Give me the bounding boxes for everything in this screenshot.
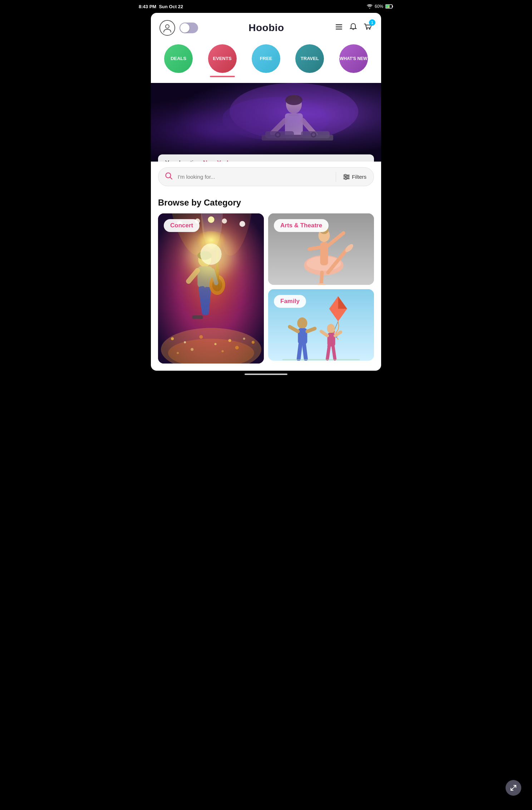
menu-icon[interactable] (335, 23, 343, 33)
hero-background (151, 83, 381, 162)
browse-title: Browse by Category (158, 198, 374, 208)
compress-button[interactable] (506, 780, 521, 796)
svg-line-16 (272, 120, 285, 133)
category-label-family: Family (274, 295, 306, 308)
user-profile-icon[interactable] (159, 20, 175, 36)
search-bar: Filters (158, 167, 374, 186)
svg-point-25 (285, 95, 302, 105)
mode-toggle[interactable] (179, 23, 198, 33)
svg-point-34 (345, 178, 347, 179)
status-time-date: 8:43 PM Sun Oct 22 (139, 4, 183, 9)
category-card-family[interactable]: Family (268, 289, 374, 361)
svg-point-12 (230, 83, 358, 140)
svg-line-17 (303, 120, 315, 135)
concert-background (158, 213, 264, 364)
svg-point-60 (197, 251, 212, 260)
search-divider (336, 172, 336, 182)
app-header: Hoobio (151, 13, 381, 41)
home-indicator (133, 371, 399, 379)
right-column: Arts & Theatre (268, 213, 374, 364)
tab-whats-new-underline (341, 76, 366, 77)
svg-line-101 (327, 346, 329, 359)
tab-travel[interactable]: TRAVEL (295, 44, 324, 79)
svg-point-43 (208, 216, 214, 223)
svg-text:⚡: ⚡ (387, 5, 390, 8)
search-icon (161, 169, 176, 184)
svg-point-51 (215, 343, 217, 345)
svg-point-22 (276, 133, 279, 136)
category-tabs: DEALS EVENTS FREE TRAVEL (151, 41, 381, 79)
tab-free-underline (253, 76, 279, 77)
notification-bell-icon[interactable] (349, 23, 358, 33)
compress-icon (510, 785, 517, 791)
category-card-concert[interactable]: Concert (158, 213, 264, 364)
svg-rect-26 (289, 113, 299, 116)
hero-banner: Your location New York ⌄ (151, 83, 381, 162)
svg-rect-9 (151, 83, 381, 162)
battery-icon: ⚡ (385, 4, 393, 9)
svg-rect-6 (336, 29, 342, 30)
browse-section: Browse by Category (151, 192, 381, 371)
svg-point-52 (228, 339, 231, 342)
filters-button[interactable]: Filters (339, 171, 371, 183)
svg-point-7 (366, 28, 368, 30)
svg-rect-10 (151, 83, 381, 162)
tab-events-underline (210, 76, 235, 77)
search-input[interactable] (176, 171, 333, 183)
status-indicators: 60% ⚡ (367, 4, 393, 9)
svg-point-54 (252, 341, 255, 344)
svg-point-3 (166, 25, 169, 28)
svg-point-8 (369, 28, 370, 30)
tab-free[interactable]: FREE (252, 44, 280, 79)
header-icons: 1 (335, 22, 373, 34)
tab-events[interactable]: EVENTS (208, 44, 237, 79)
svg-rect-11 (151, 83, 381, 162)
svg-rect-20 (301, 131, 330, 138)
svg-point-58 (235, 346, 239, 350)
tab-deals-circle: DEALS (164, 44, 193, 73)
svg-rect-18 (262, 135, 333, 140)
svg-point-49 (184, 341, 186, 343)
svg-point-13 (222, 97, 330, 140)
user-svg (162, 23, 172, 33)
app-container: Hoobio (151, 13, 381, 371)
svg-point-45 (240, 221, 245, 227)
filters-label: Filters (352, 174, 366, 180)
svg-rect-67 (216, 246, 219, 271)
concert-illustration (158, 213, 264, 364)
tab-travel-underline (297, 76, 322, 77)
category-grid: Concert (158, 213, 374, 364)
svg-point-50 (199, 335, 203, 339)
home-bar (245, 374, 287, 375)
svg-rect-5 (336, 26, 342, 28)
cart-icon[interactable]: 1 (363, 22, 373, 34)
tab-whats-new[interactable]: WHAT'S NEW (339, 44, 368, 79)
location-chevron-icon: ⌄ (233, 160, 237, 162)
location-bar[interactable]: Your location New York ⌄ (158, 154, 374, 162)
svg-point-55 (177, 352, 179, 354)
svg-point-14 (286, 95, 302, 114)
svg-point-21 (275, 132, 281, 138)
svg-point-44 (222, 218, 227, 223)
filters-icon (343, 174, 350, 180)
svg-rect-19 (265, 131, 294, 138)
tab-travel-circle: TRAVEL (295, 44, 324, 73)
hero-illustration (151, 83, 381, 162)
svg-point-53 (243, 337, 245, 340)
svg-line-95 (299, 344, 300, 359)
tab-deals-underline (166, 76, 191, 77)
tab-deals[interactable]: DEALS (164, 44, 193, 79)
svg-point-59 (198, 253, 211, 267)
svg-point-56 (191, 348, 193, 351)
category-card-arts[interactable]: Arts & Theatre (268, 213, 374, 285)
svg-point-24 (312, 133, 315, 136)
svg-point-39 (189, 231, 232, 267)
wifi-icon (367, 4, 373, 9)
svg-line-96 (304, 344, 306, 359)
app-title: Hoobio (202, 22, 330, 34)
svg-rect-15 (285, 113, 303, 138)
category-label-concert: Concert (164, 219, 200, 232)
svg-line-28 (170, 177, 172, 179)
svg-rect-71 (192, 315, 203, 319)
category-label-arts: Arts & Theatre (274, 219, 329, 232)
